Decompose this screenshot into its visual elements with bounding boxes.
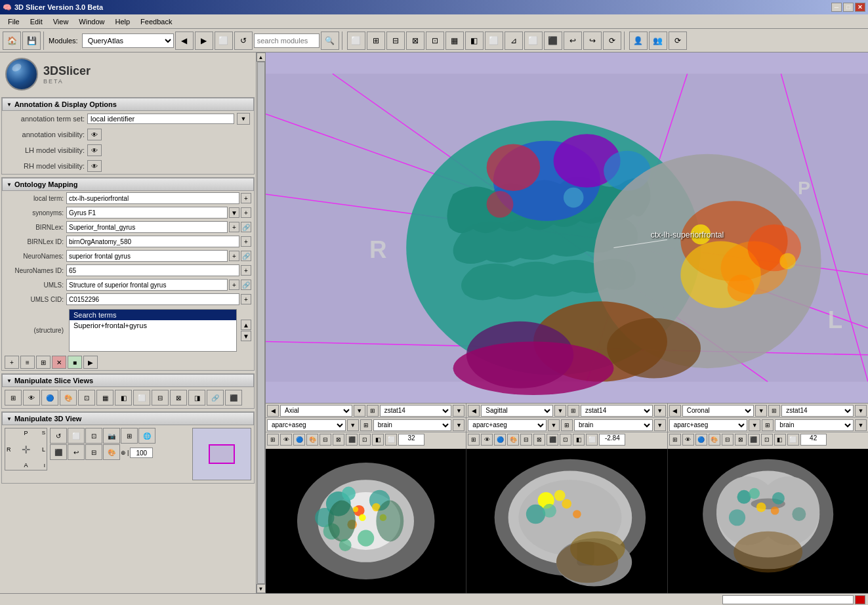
- lh-visibility-button[interactable]: 👁: [87, 144, 102, 156]
- modules-select[interactable]: QueryAtlas: [82, 33, 174, 48]
- axial-tool-3[interactable]: 🔵: [293, 434, 305, 446]
- search-button[interactable]: 🔍: [321, 31, 339, 50]
- axial-tool-10[interactable]: ⬜: [385, 434, 397, 446]
- cor-bg-select[interactable]: brain: [775, 419, 854, 431]
- axial-next-button[interactable]: ▼: [354, 405, 365, 417]
- structure-item-superior[interactable]: Superior+frontal+gyrus: [70, 320, 236, 331]
- 3d-tool-2[interactable]: ⬜: [68, 428, 85, 444]
- sag-view-select[interactable]: Sagittal: [481, 405, 553, 417]
- minimize-button[interactable]: ─: [831, 3, 842, 12]
- toolbar-btn-2[interactable]: ⊞: [367, 31, 385, 50]
- slice-tool-7[interactable]: ◧: [115, 390, 132, 406]
- reload-button[interactable]: ↺: [234, 31, 253, 50]
- toolbar-btn-17[interactable]: ⟳: [669, 31, 687, 50]
- axial-overlay-select[interactable]: zstat14: [380, 405, 452, 417]
- sag-slice-value[interactable]: -2.84: [599, 434, 625, 446]
- toolbar-btn-14[interactable]: ⟳: [603, 31, 621, 50]
- synonyms-add-button[interactable]: +: [241, 207, 251, 218]
- toolbar-home-button[interactable]: 🏠: [3, 31, 21, 50]
- umls-add-button[interactable]: +: [229, 280, 239, 290]
- 3d-tool-reset[interactable]: ↩: [68, 444, 85, 460]
- sag-bg-btn[interactable]: ▼: [654, 419, 666, 431]
- toolbar-btn-7[interactable]: ◧: [465, 31, 484, 50]
- slice-link-button[interactable]: 🔗: [207, 390, 224, 406]
- sag-prev-button[interactable]: ◀: [468, 405, 480, 417]
- prev-module-button[interactable]: ◀: [175, 31, 194, 50]
- cor-tool-1[interactable]: ⊞: [669, 434, 681, 446]
- toolbar-btn-15[interactable]: 👤: [629, 31, 648, 50]
- axial-seg-btn[interactable]: ▼: [347, 419, 359, 431]
- axial-tool-8[interactable]: ⊡: [359, 434, 371, 446]
- slice-tool-6[interactable]: ▦: [96, 390, 114, 406]
- sag-overlay-select[interactable]: zstat14: [581, 405, 653, 417]
- menu-file[interactable]: File: [3, 16, 25, 27]
- term-set-dropdown-button[interactable]: ▼: [237, 113, 250, 125]
- cor-next-button[interactable]: ▼: [755, 405, 767, 417]
- 3d-tool-9[interactable]: ⊟: [85, 444, 102, 460]
- structure-scroll-up[interactable]: ▲: [241, 320, 251, 330]
- neuronames-id-input[interactable]: [66, 264, 239, 276]
- axial-tool-9[interactable]: ◧: [372, 434, 384, 446]
- cor-tool-4[interactable]: 🎨: [709, 434, 720, 446]
- status-input[interactable]: [722, 595, 854, 604]
- toolbar-btn-4[interactable]: ⊠: [406, 31, 424, 50]
- cor-seg-select[interactable]: aparc+aseg: [669, 419, 748, 431]
- axial-seg-vis[interactable]: ⊞: [360, 419, 372, 431]
- sag-tool-3[interactable]: 🔵: [494, 434, 506, 446]
- slice-tool-11[interactable]: ◨: [188, 390, 205, 406]
- delete-button[interactable]: ✕: [52, 356, 66, 369]
- cor-tool-9[interactable]: ◧: [774, 434, 786, 446]
- toolbar-btn-8[interactable]: ⬜: [485, 31, 503, 50]
- axial-prev-button[interactable]: ◀: [267, 405, 279, 417]
- add-button[interactable]: +: [5, 356, 19, 369]
- axial-tool-7[interactable]: ⬛: [346, 434, 358, 446]
- toolbar-btn-1[interactable]: ⬜: [347, 31, 365, 50]
- maximize-button[interactable]: □: [843, 3, 854, 12]
- toolbar-btn-9[interactable]: ⊿: [505, 31, 523, 50]
- toolbar-btn-10[interactable]: ⬜: [524, 31, 543, 50]
- manipulate-slice-header[interactable]: ▼ Manipulate Slice Views: [2, 374, 254, 387]
- cor-tool-5[interactable]: ⊟: [722, 434, 734, 446]
- sag-tool-5[interactable]: ⊟: [520, 434, 532, 446]
- cor-overlay-select[interactable]: zstat14: [781, 405, 854, 417]
- scroll-down-button[interactable]: ▼: [257, 584, 266, 593]
- term-set-value[interactable]: local identifier: [87, 114, 234, 124]
- umls-cid-input[interactable]: [66, 293, 239, 305]
- umls-cid-add-button[interactable]: +: [241, 294, 251, 304]
- neuronames-id-add-button[interactable]: +: [241, 265, 251, 276]
- axial-bg-select[interactable]: brain: [373, 419, 452, 431]
- menu-edit[interactable]: Edit: [25, 16, 48, 27]
- axial-tool-4[interactable]: 🎨: [306, 434, 318, 446]
- sag-seg-vis[interactable]: ⊞: [561, 419, 573, 431]
- cor-slice-value[interactable]: 42: [800, 434, 827, 446]
- sag-tool-8[interactable]: ⊡: [560, 434, 571, 446]
- axial-slice-view[interactable]: [266, 449, 466, 593]
- 3d-tool-3[interactable]: ⊡: [85, 428, 102, 444]
- neuronames-link-button[interactable]: 🔗: [241, 251, 251, 261]
- slice-tool-1[interactable]: ⊞: [5, 390, 22, 406]
- umls-input[interactable]: [66, 279, 228, 291]
- toolbar-btn-11[interactable]: ⬛: [544, 31, 562, 50]
- birnlex-id-add-button[interactable]: +: [241, 236, 251, 247]
- menu-help[interactable]: Help: [110, 16, 135, 27]
- 3d-tool-10[interactable]: 🎨: [103, 444, 120, 460]
- local-term-add-button[interactable]: +: [241, 193, 251, 203]
- birnlex-input[interactable]: [66, 221, 228, 233]
- cor-tool-8[interactable]: ⊡: [761, 434, 773, 446]
- annotation-section-header[interactable]: ▼ Annotation & Display Options: [2, 98, 254, 111]
- sag-tool-7[interactable]: ⬛: [547, 434, 558, 446]
- structure-scroll-down[interactable]: ▼: [241, 331, 251, 341]
- search-input[interactable]: [254, 33, 320, 48]
- scroll-track[interactable]: [257, 62, 265, 584]
- cor-tool-2[interactable]: 👁: [682, 434, 694, 446]
- menu-window[interactable]: Window: [73, 16, 110, 27]
- home-module-button[interactable]: ⬜: [215, 31, 233, 50]
- sag-tool-9[interactable]: ◧: [573, 434, 585, 446]
- slice-tool-3[interactable]: 🔵: [41, 390, 58, 406]
- axial-tool-6[interactable]: ⊠: [333, 434, 344, 446]
- neuronames-input[interactable]: [66, 250, 228, 262]
- birnlex-link-button[interactable]: 🔗: [241, 222, 251, 232]
- axial-fit-button[interactable]: ⊞: [367, 405, 379, 417]
- synonyms-dropdown-button[interactable]: ▼: [229, 207, 239, 218]
- sag-bg-select[interactable]: brain: [574, 419, 653, 431]
